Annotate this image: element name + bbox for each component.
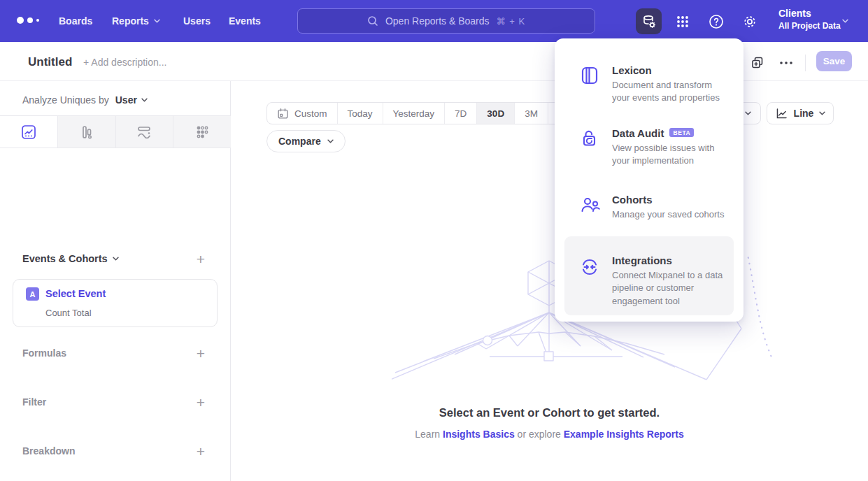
date-range-yesterday[interactable]: Yesterday	[383, 103, 445, 124]
analyze-prefix-label: Analyze Uniques by	[22, 94, 109, 106]
help-button[interactable]	[703, 8, 729, 34]
integrations-title: Integrations	[612, 254, 672, 266]
date-range-7d-label: 7D	[455, 108, 467, 119]
date-range-custom[interactable]: Custom	[267, 103, 337, 124]
select-event-button[interactable]: Select Event	[45, 288, 106, 299]
date-range-custom-label: Custom	[294, 108, 327, 119]
search-shortcut: ⌘ + K	[497, 16, 526, 27]
chart-type-label: Line	[794, 108, 814, 119]
add-event-button[interactable]: +	[193, 252, 208, 267]
chevron-down-icon	[327, 139, 334, 143]
chart-type-tabs	[0, 115, 231, 148]
event-letter-badge: A	[26, 287, 39, 301]
nav-users-label: Users	[183, 15, 211, 27]
or-explore-text: or explore	[518, 429, 561, 440]
nav-users[interactable]: Users	[183, 0, 211, 42]
line-chart-tab-icon	[20, 124, 37, 141]
lexicon-description: Document and transform your events and p…	[612, 79, 731, 105]
chevron-down-icon	[113, 257, 119, 261]
report-title[interactable]: Untitled	[28, 55, 72, 69]
date-range-3m-label: 3M	[525, 108, 538, 119]
add-breakdown-button[interactable]: +	[193, 444, 208, 459]
calendar-icon	[277, 108, 289, 120]
chevron-down-icon	[842, 19, 848, 23]
lock-audit-icon	[580, 129, 599, 148]
search-icon	[367, 15, 378, 27]
date-range-3m[interactable]: 3M	[514, 103, 548, 124]
integrations-sync-icon	[580, 257, 599, 277]
analyze-value-dropdown[interactable]: User	[115, 94, 137, 106]
nav-events-label: Events	[229, 15, 261, 27]
line-chart-icon	[775, 107, 788, 120]
learn-prefix: Learn	[415, 429, 440, 440]
tab-stacked-chart[interactable]	[115, 116, 173, 148]
account-project: All Project Data	[778, 21, 841, 31]
more-options-button[interactable]	[776, 53, 796, 73]
chevron-down-icon	[819, 111, 825, 115]
date-range-today[interactable]: Today	[337, 103, 383, 124]
duplicate-report-button[interactable]	[748, 53, 767, 73]
stacked-chart-tab-icon	[136, 124, 152, 141]
compare-label: Compare	[278, 136, 321, 147]
add-filter-button[interactable]: +	[193, 395, 208, 410]
metrics-tab-icon	[194, 124, 211, 141]
mixpanel-insights-page: Boards Reports Users Events Open Reports…	[0, 0, 868, 481]
help-icon	[708, 13, 725, 30]
breakdown-section-label: Breakdown	[22, 445, 75, 457]
header-divider	[805, 55, 806, 71]
date-range-30d[interactable]: 30D	[476, 103, 514, 124]
account-name: Clients	[778, 8, 841, 19]
project-switcher[interactable]: Clients All Project Data	[778, 8, 841, 31]
data-audit-description: View possible issues with your implement…	[612, 142, 731, 168]
data-management-menu: Lexicon Document and transform your even…	[555, 38, 744, 322]
date-range-yesterday-label: Yesterday	[393, 108, 435, 119]
tab-insights-line[interactable]	[0, 116, 57, 148]
events-cohorts-label: Events & Cohorts	[22, 253, 108, 264]
cohorts-title: Cohorts	[612, 194, 653, 206]
mixpanel-logo[interactable]	[17, 17, 39, 24]
count-total-dropdown[interactable]: Count Total	[45, 308, 92, 318]
chevron-down-icon	[745, 111, 751, 115]
tab-metrics[interactable]	[173, 116, 231, 148]
event-card[interactable]: A Select Event Count Total	[13, 279, 218, 327]
nav-boards[interactable]: Boards	[59, 0, 92, 42]
duplicate-icon	[750, 55, 765, 71]
date-range-today-label: Today	[348, 108, 373, 119]
save-button[interactable]: Save	[816, 51, 852, 71]
empty-state-subtitle: Learn Insights Basics or explore Example…	[231, 429, 868, 440]
formulas-section-label: Formulas	[22, 347, 66, 359]
insights-basics-link[interactable]: Insights Basics	[443, 429, 515, 440]
date-range-30d-label: 30D	[487, 108, 504, 119]
example-insights-reports-link[interactable]: Example Insights Reports	[564, 429, 684, 440]
beta-badge: BETA	[669, 128, 694, 137]
compare-dropdown[interactable]: Compare	[266, 130, 346, 152]
filter-section-label: Filter	[22, 396, 46, 408]
analyze-uniques-control: Analyze Uniques by User	[22, 94, 148, 106]
tab-bar-chart[interactable]	[57, 116, 115, 148]
nav-events[interactable]: Events	[229, 0, 261, 42]
add-description-field[interactable]: + Add description...	[83, 57, 166, 68]
gear-icon	[741, 13, 758, 30]
apps-grid-button[interactable]	[669, 8, 695, 34]
settings-button[interactable]	[737, 8, 762, 34]
more-icon	[779, 61, 793, 65]
nav-reports[interactable]: Reports	[112, 0, 160, 42]
data-management-icon	[641, 14, 657, 29]
add-formula-button[interactable]: +	[193, 346, 208, 361]
lexicon-title: Lexicon	[612, 64, 652, 76]
integrations-description: Connect Mixpanel to a data pipeline or c…	[612, 269, 724, 308]
events-cohorts-header[interactable]: Events & Cohorts	[22, 253, 119, 264]
chevron-down-icon	[141, 98, 148, 102]
cohorts-people-icon	[580, 195, 601, 215]
chart-type-dropdown[interactable]: Line	[767, 102, 834, 124]
bar-chart-tab-icon	[78, 124, 95, 141]
data-management-button[interactable]	[636, 8, 662, 34]
date-range-7d[interactable]: 7D	[444, 103, 476, 124]
chevron-down-icon	[154, 19, 160, 23]
top-navbar: Boards Reports Users Events Open Reports…	[0, 0, 868, 42]
global-search-input[interactable]: Open Reports & Boards ⌘ + K	[297, 8, 595, 34]
menu-item-integrations[interactable]: Integrations Connect Mixpanel to a data …	[564, 236, 734, 315]
nav-reports-label: Reports	[112, 15, 149, 27]
empty-state-title: Select an Event or Cohort to get started…	[231, 406, 868, 419]
book-icon	[580, 66, 599, 85]
